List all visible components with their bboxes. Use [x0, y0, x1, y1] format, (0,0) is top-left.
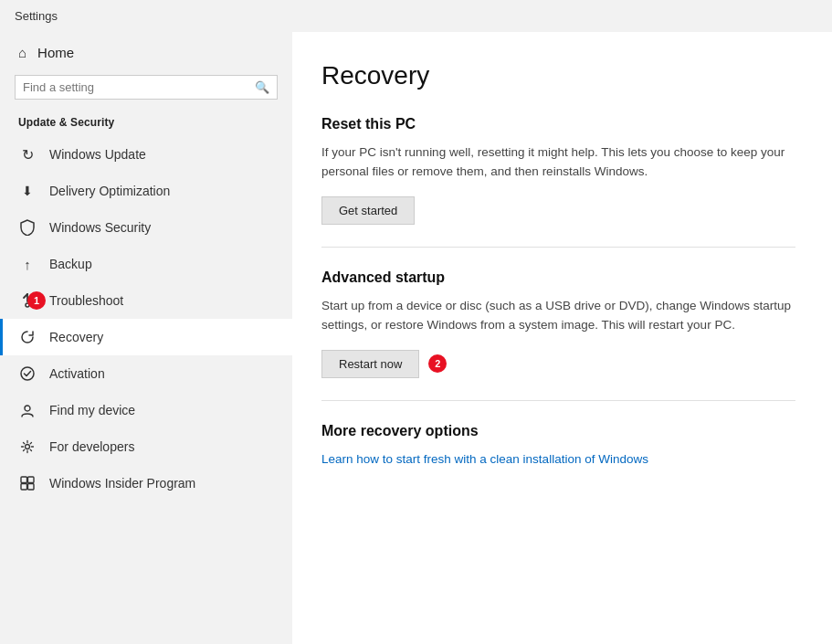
insider-icon: [18, 474, 37, 492]
sidebar-item-label: Activation: [49, 366, 105, 381]
shield-icon: [18, 218, 37, 237]
sidebar-item-recovery[interactable]: Recovery: [0, 319, 292, 355]
search-input[interactable]: [23, 80, 255, 94]
more-options-title: More recovery options: [321, 423, 795, 439]
sidebar: ⌂ Home 🔍 Update & Security ↻ Windows Upd…: [0, 32, 292, 644]
sidebar-item-activation[interactable]: Activation: [0, 355, 292, 392]
app-title: Settings: [15, 9, 58, 23]
troubleshoot-badge: 1: [27, 291, 46, 310]
sidebar-item-label: For developers: [49, 439, 134, 454]
sidebar-item-windows-insider[interactable]: Windows Insider Program: [0, 465, 292, 501]
reset-pc-title: Reset this PC: [321, 116, 795, 132]
svg-rect-7: [28, 477, 35, 483]
sidebar-item-troubleshoot[interactable]: Troubleshoot 1: [0, 282, 292, 319]
sidebar-section-title: Update & Security: [0, 109, 292, 136]
activation-icon: [18, 364, 37, 383]
find-device-icon: [18, 401, 37, 419]
svg-point-3: [21, 367, 34, 380]
search-box[interactable]: 🔍: [15, 75, 278, 100]
sidebar-item-label: Backup: [49, 257, 92, 271]
get-started-button[interactable]: Get started: [321, 196, 415, 225]
delivery-icon: ⬇: [18, 182, 37, 200]
sidebar-item-find-my-device[interactable]: Find my device: [0, 392, 292, 428]
svg-point-5: [26, 445, 30, 449]
restart-now-badge: 2: [428, 354, 447, 373]
restart-now-button[interactable]: Restart now: [321, 350, 419, 378]
svg-rect-6: [21, 477, 27, 483]
developers-icon: [18, 438, 37, 456]
reset-pc-desc: If your PC isn't running well, resetting…: [321, 143, 795, 182]
sidebar-item-label: Find my device: [49, 403, 135, 417]
sidebar-item-label: Windows Update: [49, 147, 146, 162]
page-title: Recovery: [321, 61, 795, 90]
sidebar-item-label: Windows Insider Program: [49, 476, 195, 491]
divider-1: [321, 247, 795, 248]
sidebar-item-backup[interactable]: ↑ Backup: [0, 246, 292, 282]
content-area: Recovery Reset this PC If your PC isn't …: [292, 32, 832, 644]
recovery-icon: [18, 328, 37, 346]
svg-rect-9: [28, 484, 35, 491]
title-bar: Settings: [0, 0, 832, 32]
advanced-startup-title: Advanced startup: [321, 269, 795, 286]
update-icon: ↻: [18, 145, 37, 164]
main-container: ⌂ Home 🔍 Update & Security ↻ Windows Upd…: [0, 32, 832, 644]
sidebar-item-label: Recovery: [49, 330, 103, 344]
sidebar-item-for-developers[interactable]: For developers: [0, 428, 292, 465]
sidebar-item-delivery-optimization[interactable]: ⬇ Delivery Optimization: [0, 173, 292, 209]
sidebar-item-windows-update[interactable]: ↻ Windows Update: [0, 136, 292, 173]
advanced-startup-desc: Start up from a device or disc (such as …: [321, 297, 795, 335]
backup-icon: ↑: [18, 255, 37, 273]
sidebar-item-label: Troubleshoot: [49, 293, 123, 308]
sidebar-item-windows-security[interactable]: Windows Security: [0, 209, 292, 246]
sidebar-item-label: Delivery Optimization: [49, 184, 170, 198]
svg-point-4: [25, 406, 30, 411]
search-icon: 🔍: [255, 80, 269, 94]
sidebar-item-home[interactable]: ⌂ Home: [0, 36, 292, 69]
divider-2: [321, 400, 795, 401]
sidebar-item-label: Windows Security: [49, 220, 151, 235]
restart-now-row: Restart now 2: [321, 350, 795, 378]
sidebar-home-label: Home: [37, 45, 74, 60]
clean-install-link[interactable]: Learn how to start fresh with a clean in…: [321, 452, 648, 466]
svg-rect-8: [21, 484, 27, 491]
home-icon: ⌂: [18, 45, 26, 60]
